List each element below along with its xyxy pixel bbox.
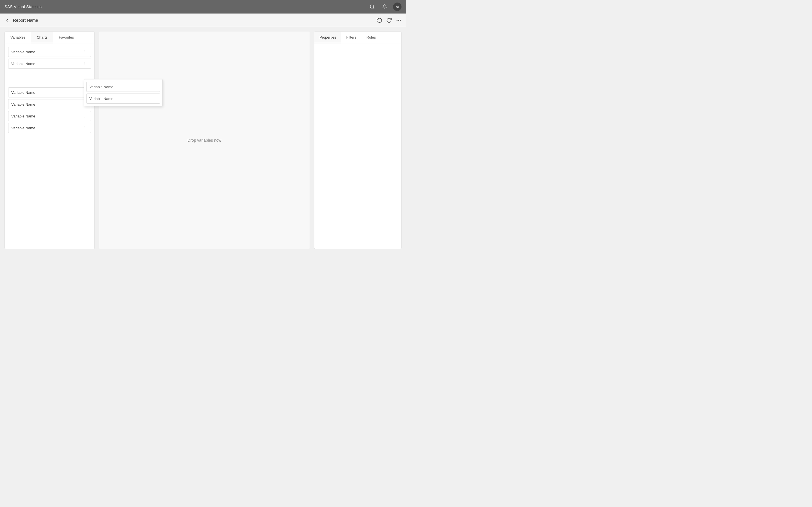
svg-point-28 xyxy=(154,100,154,100)
redo-icon xyxy=(386,17,392,23)
variable-item[interactable]: Variable Name xyxy=(8,47,91,57)
variable-name-label: Variable Name xyxy=(11,91,35,95)
svg-point-5 xyxy=(85,50,85,51)
search-button[interactable] xyxy=(368,3,376,11)
top-bar: SAS Visual Statisics M xyxy=(0,0,406,13)
tab-roles[interactable]: Roles xyxy=(361,32,381,43)
svg-line-1 xyxy=(373,8,374,8)
user-avatar-button[interactable]: M xyxy=(393,3,402,11)
more-icon xyxy=(396,17,402,23)
variable-menu-button[interactable] xyxy=(151,84,157,89)
redo-button[interactable] xyxy=(386,17,392,23)
variable-name-label: Variable Name xyxy=(11,50,35,54)
drop-hint-text: Drop variables now xyxy=(188,138,221,143)
top-bar-right: M xyxy=(368,3,402,11)
top-bar-left: SAS Visual Statisics xyxy=(4,4,42,9)
search-icon xyxy=(370,4,375,9)
svg-point-22 xyxy=(85,129,85,129)
second-bar: Report Name xyxy=(0,13,406,27)
svg-point-17 xyxy=(85,115,85,115)
second-bar-left: Report Name xyxy=(4,17,38,23)
right-panel: Properties Filters Roles xyxy=(314,32,402,249)
svg-point-19 xyxy=(85,117,85,117)
floating-variable-item[interactable]: Variable Name xyxy=(86,82,160,92)
variable-name-label: Variable Name xyxy=(89,97,113,101)
tab-properties[interactable]: Properties xyxy=(314,32,341,43)
tab-filters[interactable]: Filters xyxy=(341,32,361,43)
three-dots-icon xyxy=(152,97,156,101)
svg-point-6 xyxy=(85,52,85,52)
variable-menu-button[interactable] xyxy=(82,61,88,66)
variable-menu-button[interactable] xyxy=(151,96,157,101)
variables-list: Variable Name Variable Name xyxy=(5,43,94,136)
variable-menu-button[interactable] xyxy=(82,49,88,54)
center-canvas[interactable]: Drop variables now xyxy=(99,32,310,249)
three-dots-icon xyxy=(83,126,87,130)
svg-point-24 xyxy=(154,87,154,87)
variable-item[interactable]: Variable Name xyxy=(8,59,91,69)
svg-point-23 xyxy=(154,86,154,86)
notifications-button[interactable] xyxy=(380,3,389,11)
back-button[interactable] xyxy=(4,17,10,23)
three-dots-icon xyxy=(83,62,87,66)
variable-item[interactable]: Variable Name xyxy=(8,123,91,133)
variable-name-label: Variable Name xyxy=(11,126,35,130)
left-panel: Variables Charts Favorites Variable Name xyxy=(4,32,95,249)
svg-point-7 xyxy=(85,53,85,53)
undo-icon xyxy=(377,17,382,23)
tab-variables[interactable]: Variables xyxy=(5,32,31,43)
three-dots-icon xyxy=(83,114,87,118)
svg-point-2 xyxy=(398,20,399,20)
floating-variable-popup: Variable Name Variable Name xyxy=(84,79,163,106)
user-initial: M xyxy=(396,5,399,9)
floating-variable-item[interactable]: Variable Name xyxy=(86,94,160,104)
svg-point-18 xyxy=(85,116,85,116)
svg-point-26 xyxy=(154,97,154,98)
svg-point-3 xyxy=(400,20,401,20)
variable-item[interactable]: Variable Name xyxy=(8,99,91,109)
svg-point-20 xyxy=(85,126,85,127)
variable-name-label: Variable Name xyxy=(89,85,113,89)
left-tabs-bar: Variables Charts Favorites xyxy=(5,32,94,43)
variable-item[interactable]: Variable Name xyxy=(8,111,91,121)
second-bar-right xyxy=(377,17,402,23)
variable-item[interactable]: Variable Name xyxy=(8,87,91,98)
variable-name-label: Variable Name xyxy=(11,114,35,118)
tab-favorites[interactable]: Favorites xyxy=(53,32,80,43)
svg-point-9 xyxy=(85,63,85,64)
back-icon xyxy=(4,17,10,23)
variable-name-label: Variable Name xyxy=(11,102,35,107)
svg-point-25 xyxy=(154,88,154,88)
variable-menu-button[interactable] xyxy=(82,114,88,119)
svg-point-4 xyxy=(397,20,397,20)
three-dots-icon xyxy=(152,85,156,89)
variable-menu-button[interactable] xyxy=(82,125,88,130)
right-tabs-bar: Properties Filters Roles xyxy=(314,32,401,43)
svg-point-21 xyxy=(85,128,85,128)
bell-icon xyxy=(382,4,387,9)
report-name: Report Name xyxy=(13,18,38,22)
svg-point-27 xyxy=(154,98,154,99)
undo-button[interactable] xyxy=(377,17,382,23)
variable-name-label: Variable Name xyxy=(11,62,35,66)
main-content: Variables Charts Favorites Variable Name xyxy=(0,27,406,253)
app-title: SAS Visual Statisics xyxy=(4,4,42,9)
tab-charts[interactable]: Charts xyxy=(31,32,53,43)
three-dots-icon xyxy=(83,50,87,54)
more-options-button[interactable] xyxy=(396,17,402,23)
svg-point-10 xyxy=(85,64,85,65)
svg-point-8 xyxy=(85,62,85,63)
